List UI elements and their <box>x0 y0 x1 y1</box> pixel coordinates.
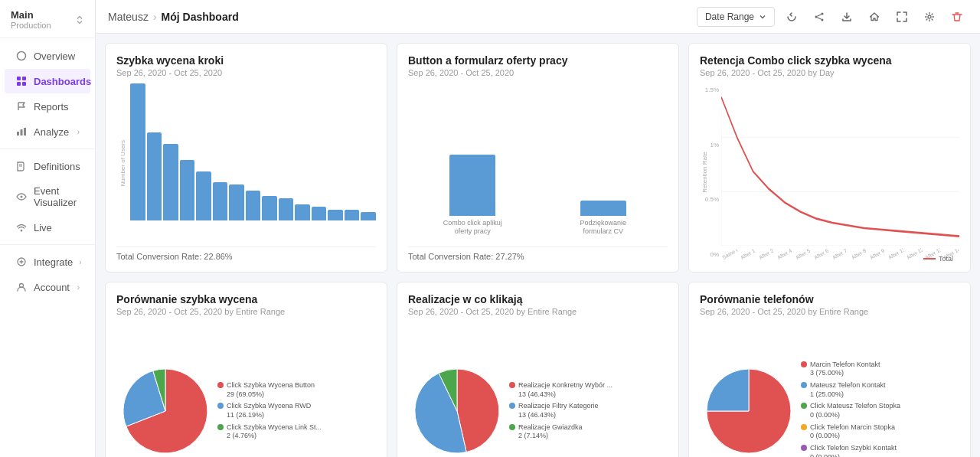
card-subtitle: Sep 26, 2020 - Oct 25, 2020 <box>408 68 668 77</box>
card-szybka-wycena: Szybka wycena kroki Sep 26, 2020 - Oct 2… <box>105 43 387 273</box>
card-title: Porównanie szybka wycena <box>116 293 376 305</box>
sidebar-item-event-visualizer[interactable]: Event Visualizer <box>5 179 90 214</box>
chart-area: Realizacje Konkretny Wybór ...13 (46.43%… <box>408 322 668 457</box>
legend-item: Click Mateusz Telefon Stopka0 (0.00%) <box>801 402 956 419</box>
legend-item: Realizacje Filtry Kategorie13 (46.43%) <box>509 402 665 419</box>
card-title: Button a formularz oferty pracy <box>408 54 668 67</box>
sidebar-item-live[interactable]: Live <box>5 215 90 240</box>
pie-legend: Click Szybka Wycena Button29 (69.05%) Cl… <box>217 381 373 441</box>
svg-point-14 <box>822 18 824 21</box>
share-button[interactable] <box>808 6 830 28</box>
sidebar-nav: Overview Dashboards › Reports Analyze › <box>0 38 95 457</box>
sidebar-item-integrate[interactable]: Integrate › <box>5 250 90 274</box>
legend-dot <box>801 382 807 388</box>
home-button[interactable] <box>864 6 885 28</box>
date-range-label: Date Range <box>705 11 754 22</box>
pie-legend: Marcin Telefon Kontakt3 (75.00%) Mateusz… <box>801 361 956 457</box>
card-subtitle: Sep 26, 2020 - Oct 25, 2020 by Entire Ra… <box>116 307 376 316</box>
legend-dot <box>217 424 224 430</box>
pie-legend: Realizacje Konkretny Wybór ...13 (46.43%… <box>509 381 665 441</box>
bar-6 <box>229 184 244 220</box>
wifi-icon <box>15 221 28 233</box>
svg-point-0 <box>18 52 26 60</box>
svg-rect-1 <box>17 77 21 80</box>
card-subtitle: Sep 26, 2020 - Oct 25, 2020 by Entire Ra… <box>408 307 668 316</box>
sidebar-item-dashboards[interactable]: Dashboards › <box>5 69 90 93</box>
svg-rect-3 <box>17 82 21 86</box>
card-title: Szybka wycena kroki <box>116 54 376 67</box>
fullscreen-button[interactable] <box>891 6 913 28</box>
bar-4 <box>196 171 211 220</box>
nav-label-account: Account <box>34 282 70 293</box>
legend-item: Click Szybka Wycena Link St...2 (4.76%) <box>217 423 373 441</box>
legend-dot <box>801 445 807 451</box>
bar-icon <box>15 126 28 138</box>
nav-label-reports: Reports <box>34 101 69 113</box>
bar-13 <box>345 210 360 220</box>
card-footer: Total Conversion Rate: 27.27% <box>408 246 668 261</box>
export-button[interactable] <box>836 6 858 28</box>
nav-label-dashboards: Dashboards <box>34 76 91 87</box>
card-porownanie-telefonow: Porównanie telefonów Sep 26, 2020 - Oct … <box>688 282 971 457</box>
chevron-right-icon-analyze: › <box>77 128 80 136</box>
sidebar: Main Production Overview Dashboards › <box>0 0 96 457</box>
bar2-1 <box>580 201 626 216</box>
card-title: Porównanie telefonów <box>700 293 959 305</box>
workspace-sub: Production <box>11 21 51 30</box>
legend-item: Click Szybka Wycena Button29 (69.05%) <box>217 381 373 399</box>
card-subtitle: Sep 26, 2020 - Oct 25, 2020 <box>116 68 376 77</box>
workspace-selector[interactable]: Main Production <box>11 9 84 30</box>
legend-item: Mateusz Telefon Kontakt1 (25.00%) <box>801 381 956 399</box>
card-subtitle: Sep 26, 2020 - Oct 25, 2020 by Day <box>700 68 959 77</box>
chevron-right-icon-account: › <box>77 283 80 292</box>
sidebar-item-account[interactable]: Account › <box>5 275 90 299</box>
card-porownanie-szybka: Porównanie szybka wycena Sep 26, 2020 - … <box>105 282 387 457</box>
breadcrumb: Mateusz › Mój Dashboard <box>108 11 239 23</box>
legend-dot <box>509 424 515 430</box>
card-realizacje-klikaja: Realizacje w co klikają Sep 26, 2020 - O… <box>397 282 679 457</box>
card-subtitle: Sep 26, 2020 - Oct 25, 2020 by Entire Ra… <box>700 307 959 316</box>
legend-item: Realizacje Konkretny Wybór ...13 (46.43%… <box>509 381 665 399</box>
svg-point-15 <box>815 15 818 18</box>
breadcrumb-separator: › <box>153 11 157 23</box>
nav-label-live: Live <box>34 222 52 233</box>
sidebar-item-overview[interactable]: Overview <box>5 44 90 68</box>
delete-button[interactable] <box>946 6 968 28</box>
chart-area: 1.5%1%0.5%0% Same dayAfter 1 dayAfter 2 … <box>700 83 959 261</box>
svg-rect-6 <box>21 129 23 135</box>
svg-point-18 <box>928 15 931 18</box>
chevron-down-icon <box>759 13 766 21</box>
sidebar-item-reports[interactable]: Reports <box>5 94 90 119</box>
breadcrumb-current: Mój Dashboard <box>162 11 239 23</box>
main-content: Mateusz › Mój Dashboard Date Range <box>96 0 980 457</box>
settings-button[interactable] <box>919 6 940 28</box>
legend-dot <box>801 361 807 367</box>
legend-dot <box>509 403 515 409</box>
legend-dot <box>509 382 515 388</box>
date-range-button[interactable]: Date Range <box>697 7 775 27</box>
refresh-button[interactable] <box>781 6 802 28</box>
bar-7 <box>246 191 261 220</box>
nav-label-overview: Overview <box>34 51 75 62</box>
flag-icon <box>15 100 28 113</box>
sidebar-item-definitions[interactable]: Definitions <box>5 154 90 178</box>
sidebar-item-analyze[interactable]: Analyze › <box>5 119 90 144</box>
legend-item: Click Telefon Marcin Stopka0 (0.00%) <box>801 423 956 441</box>
chart-area: Click Szybka Wycena Button29 (69.05%) Cl… <box>116 322 376 457</box>
pie-chart-svg <box>411 365 503 457</box>
breadcrumb-main: Mateusz <box>108 11 149 23</box>
svg-rect-2 <box>22 77 26 80</box>
chevron-right-icon-integrate: › <box>79 258 81 266</box>
legend-item: Click Telefon Szybki Kontakt0 (0.00%) <box>801 444 956 457</box>
chart-area: Marcin Telefon Kontakt3 (75.00%) Mateusz… <box>700 322 959 457</box>
chart-area: Number of Users <box>116 83 376 243</box>
card-title: Retencja Combo click szybka wycena <box>700 54 959 67</box>
eye-icon <box>15 191 28 203</box>
nav-label-analyze: Analyze <box>34 126 69 138</box>
svg-rect-5 <box>17 132 19 135</box>
bar2-0 <box>449 155 495 216</box>
legend-dot <box>217 403 224 409</box>
legend-dot <box>801 424 807 430</box>
legend-item: Marcin Telefon Kontakt3 (75.00%) <box>801 361 956 378</box>
svg-point-13 <box>822 12 824 15</box>
